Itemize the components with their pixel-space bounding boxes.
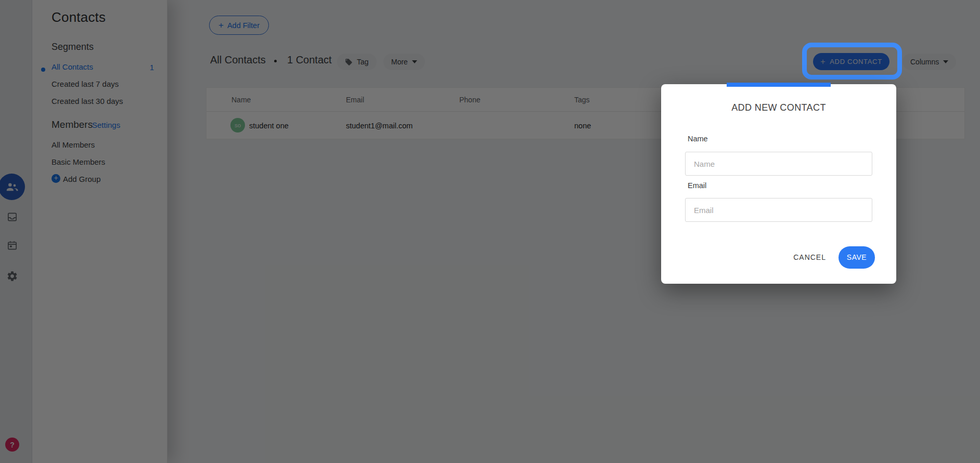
dialog-accent-bar (727, 83, 831, 87)
dialog-title: ADD NEW CONTACT (661, 102, 896, 113)
email-field[interactable] (685, 198, 872, 222)
name-field-label: Name (688, 135, 708, 143)
dialog-actions: CANCEL SAVE (793, 246, 875, 269)
name-field[interactable] (685, 152, 872, 176)
contacts-page: Contacts Segments All Contacts 1 Created… (0, 0, 980, 463)
email-field-label: Email (688, 181, 706, 190)
save-button[interactable]: SAVE (839, 246, 875, 269)
cancel-button[interactable]: CANCEL (793, 253, 826, 261)
add-new-contact-dialog: ADD NEW CONTACT Name Email CANCEL SAVE (661, 84, 896, 284)
